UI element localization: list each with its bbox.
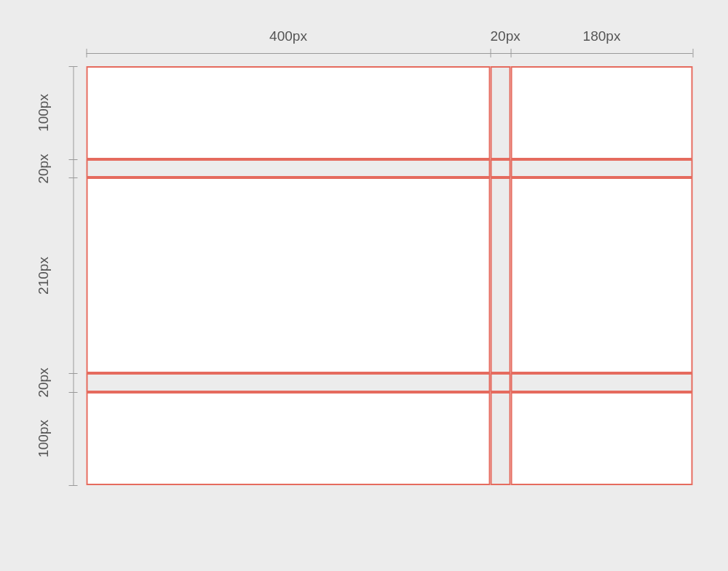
row-label: 20px <box>36 153 52 183</box>
grid-cell <box>511 66 693 159</box>
column-label: 400px <box>87 28 491 44</box>
grid-gap-cell <box>491 373 511 392</box>
column-label: 180px <box>511 28 693 44</box>
row-label: 210px <box>36 257 52 295</box>
grid-cell <box>511 392 693 485</box>
grid-diagram <box>87 66 693 485</box>
column-label: 20px <box>491 28 511 44</box>
row-ruler: 100px20px210px20px100px <box>36 66 87 485</box>
grid-cell <box>511 177 693 373</box>
row-ticks <box>69 66 78 485</box>
column-labels: 400px20px180px <box>87 28 693 49</box>
row-label: 20px <box>36 368 52 398</box>
grid-cell <box>87 392 491 485</box>
row-labels: 100px20px210px20px100px <box>36 66 69 485</box>
grid-gap-cell <box>491 66 511 159</box>
grid-cell <box>87 177 491 373</box>
grid-gap-cell <box>87 373 491 392</box>
grid-gap-cell <box>511 373 693 392</box>
grid-gap-cell <box>491 392 511 485</box>
row-label: 100px <box>36 94 52 132</box>
column-ticks <box>87 49 693 57</box>
grid-cell <box>87 66 491 159</box>
grid-gap-cell <box>511 159 693 177</box>
column-ruler: 400px20px180px <box>87 28 693 57</box>
row-label: 100px <box>36 420 52 458</box>
grid-gap-cell <box>87 159 491 177</box>
grid-gap-cell <box>491 177 511 373</box>
grid-gap-cell <box>491 159 511 177</box>
